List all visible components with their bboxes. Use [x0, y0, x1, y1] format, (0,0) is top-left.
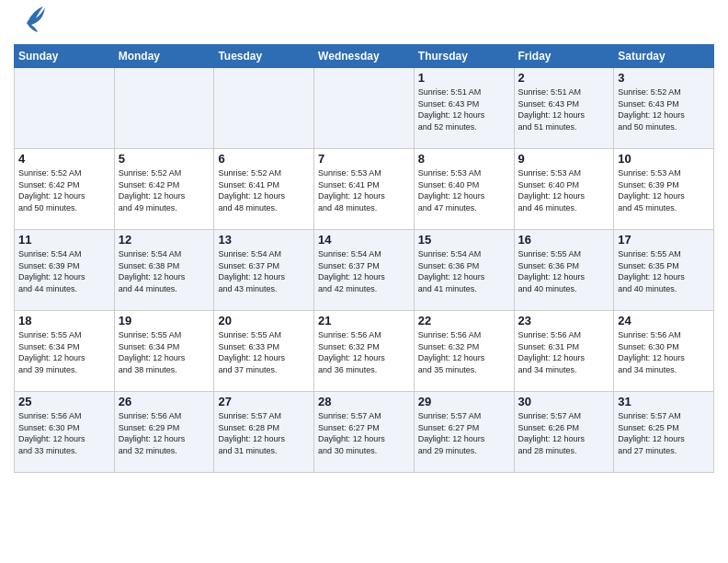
day-detail: Sunrise: 5:55 AM Sunset: 6:35 PM Dayligh…	[618, 248, 710, 294]
calendar-cell	[15, 68, 115, 149]
calendar-cell: 17Sunrise: 5:55 AM Sunset: 6:35 PM Dayli…	[614, 230, 714, 311]
calendar-cell: 4Sunrise: 5:52 AM Sunset: 6:42 PM Daylig…	[15, 149, 115, 230]
calendar-cell: 6Sunrise: 5:52 AM Sunset: 6:41 PM Daylig…	[214, 149, 314, 230]
day-number: 16	[518, 233, 610, 247]
day-number: 17	[618, 233, 710, 247]
calendar-cell: 14Sunrise: 5:54 AM Sunset: 6:37 PM Dayli…	[314, 230, 415, 311]
day-number: 24	[618, 314, 710, 327]
calendar-cell: 28Sunrise: 5:57 AM Sunset: 6:27 PM Dayli…	[314, 392, 415, 473]
calendar-cell: 21Sunrise: 5:56 AM Sunset: 6:32 PM Dayli…	[314, 311, 415, 392]
calendar-cell: 31Sunrise: 5:57 AM Sunset: 6:25 PM Dayli…	[614, 392, 714, 473]
day-number: 23	[518, 314, 610, 327]
day-detail: Sunrise: 5:56 AM Sunset: 6:32 PM Dayligh…	[318, 329, 410, 375]
calendar-week-row: 1Sunrise: 5:51 AM Sunset: 6:43 PM Daylig…	[15, 68, 714, 149]
calendar-cell: 2Sunrise: 5:51 AM Sunset: 6:43 PM Daylig…	[514, 68, 614, 149]
weekday-header-saturday: Saturday	[614, 45, 714, 68]
day-number: 5	[119, 152, 210, 166]
day-detail: Sunrise: 5:55 AM Sunset: 6:33 PM Dayligh…	[218, 329, 310, 375]
page-header	[14, 9, 714, 37]
calendar-cell: 24Sunrise: 5:56 AM Sunset: 6:30 PM Dayli…	[614, 311, 714, 392]
day-number: 9	[518, 152, 610, 166]
calendar-week-row: 4Sunrise: 5:52 AM Sunset: 6:42 PM Daylig…	[15, 149, 714, 230]
day-detail: Sunrise: 5:57 AM Sunset: 6:26 PM Dayligh…	[518, 410, 610, 456]
calendar-cell	[114, 68, 214, 149]
day-detail: Sunrise: 5:55 AM Sunset: 6:34 PM Dayligh…	[18, 329, 110, 375]
day-number: 1	[418, 71, 510, 85]
weekday-header-tuesday: Tuesday	[214, 45, 314, 68]
day-detail: Sunrise: 5:55 AM Sunset: 6:34 PM Dayligh…	[119, 329, 210, 375]
calendar-cell: 8Sunrise: 5:53 AM Sunset: 6:40 PM Daylig…	[414, 149, 514, 230]
day-number: 2	[518, 71, 610, 85]
calendar-table: SundayMondayTuesdayWednesdayThursdayFrid…	[14, 44, 714, 473]
calendar-cell: 13Sunrise: 5:54 AM Sunset: 6:37 PM Dayli…	[214, 230, 314, 311]
day-detail: Sunrise: 5:51 AM Sunset: 6:43 PM Dayligh…	[518, 86, 610, 132]
calendar-cell	[214, 68, 314, 149]
calendar-cell: 3Sunrise: 5:52 AM Sunset: 6:43 PM Daylig…	[614, 68, 714, 149]
day-number: 20	[218, 314, 310, 327]
day-number: 26	[119, 395, 210, 408]
weekday-header-friday: Friday	[514, 45, 614, 68]
calendar-week-row: 18Sunrise: 5:55 AM Sunset: 6:34 PM Dayli…	[15, 311, 714, 392]
day-number: 3	[618, 71, 710, 85]
day-number: 11	[18, 233, 110, 247]
day-detail: Sunrise: 5:52 AM Sunset: 6:42 PM Dayligh…	[18, 167, 110, 213]
calendar-cell: 19Sunrise: 5:55 AM Sunset: 6:34 PM Dayli…	[114, 311, 214, 392]
calendar-week-row: 25Sunrise: 5:56 AM Sunset: 6:30 PM Dayli…	[15, 392, 714, 473]
day-detail: Sunrise: 5:54 AM Sunset: 6:37 PM Dayligh…	[218, 248, 310, 294]
day-number: 14	[318, 233, 410, 247]
day-detail: Sunrise: 5:57 AM Sunset: 6:28 PM Dayligh…	[218, 410, 310, 456]
day-number: 29	[418, 395, 510, 408]
day-detail: Sunrise: 5:54 AM Sunset: 6:38 PM Dayligh…	[119, 248, 210, 294]
day-detail: Sunrise: 5:52 AM Sunset: 6:42 PM Dayligh…	[119, 167, 210, 213]
calendar-cell: 5Sunrise: 5:52 AM Sunset: 6:42 PM Daylig…	[114, 149, 214, 230]
calendar-header-row: SundayMondayTuesdayWednesdayThursdayFrid…	[15, 45, 714, 68]
weekday-header-thursday: Thursday	[414, 45, 514, 68]
day-number: 13	[218, 233, 310, 247]
calendar-cell: 10Sunrise: 5:53 AM Sunset: 6:39 PM Dayli…	[614, 149, 714, 230]
weekday-header-wednesday: Wednesday	[314, 45, 415, 68]
day-number: 28	[318, 395, 410, 408]
logo	[14, 9, 45, 37]
day-number: 30	[518, 395, 610, 408]
calendar-cell: 12Sunrise: 5:54 AM Sunset: 6:38 PM Dayli…	[114, 230, 214, 311]
calendar-cell: 9Sunrise: 5:53 AM Sunset: 6:40 PM Daylig…	[514, 149, 614, 230]
calendar-cell: 22Sunrise: 5:56 AM Sunset: 6:32 PM Dayli…	[414, 311, 514, 392]
day-detail: Sunrise: 5:56 AM Sunset: 6:29 PM Dayligh…	[119, 410, 210, 456]
day-detail: Sunrise: 5:51 AM Sunset: 6:43 PM Dayligh…	[418, 86, 510, 132]
weekday-header-monday: Monday	[114, 45, 214, 68]
day-number: 18	[18, 314, 110, 327]
calendar-cell: 18Sunrise: 5:55 AM Sunset: 6:34 PM Dayli…	[15, 311, 115, 392]
day-detail: Sunrise: 5:57 AM Sunset: 6:25 PM Dayligh…	[618, 410, 710, 456]
day-detail: Sunrise: 5:54 AM Sunset: 6:37 PM Dayligh…	[318, 248, 410, 294]
calendar-cell: 27Sunrise: 5:57 AM Sunset: 6:28 PM Dayli…	[214, 392, 314, 473]
day-number: 19	[119, 314, 210, 327]
day-number: 21	[318, 314, 410, 327]
calendar-cell: 16Sunrise: 5:55 AM Sunset: 6:36 PM Dayli…	[514, 230, 614, 311]
calendar-cell: 25Sunrise: 5:56 AM Sunset: 6:30 PM Dayli…	[15, 392, 115, 473]
calendar-cell: 7Sunrise: 5:53 AM Sunset: 6:41 PM Daylig…	[314, 149, 415, 230]
day-detail: Sunrise: 5:54 AM Sunset: 6:36 PM Dayligh…	[418, 248, 510, 294]
day-detail: Sunrise: 5:56 AM Sunset: 6:30 PM Dayligh…	[18, 410, 110, 456]
weekday-header-sunday: Sunday	[15, 45, 115, 68]
day-number: 27	[218, 395, 310, 408]
day-detail: Sunrise: 5:56 AM Sunset: 6:31 PM Dayligh…	[518, 329, 610, 375]
day-number: 10	[618, 152, 710, 166]
day-number: 4	[18, 152, 110, 166]
calendar-cell: 23Sunrise: 5:56 AM Sunset: 6:31 PM Dayli…	[514, 311, 614, 392]
day-detail: Sunrise: 5:57 AM Sunset: 6:27 PM Dayligh…	[318, 410, 410, 456]
day-number: 8	[418, 152, 510, 166]
day-detail: Sunrise: 5:53 AM Sunset: 6:41 PM Dayligh…	[318, 167, 410, 213]
calendar-cell: 30Sunrise: 5:57 AM Sunset: 6:26 PM Dayli…	[514, 392, 614, 473]
day-detail: Sunrise: 5:53 AM Sunset: 6:40 PM Dayligh…	[418, 167, 510, 213]
day-detail: Sunrise: 5:54 AM Sunset: 6:39 PM Dayligh…	[18, 248, 110, 294]
day-detail: Sunrise: 5:56 AM Sunset: 6:30 PM Dayligh…	[618, 329, 710, 375]
calendar-cell	[314, 68, 415, 149]
day-detail: Sunrise: 5:52 AM Sunset: 6:43 PM Dayligh…	[618, 86, 710, 132]
calendar-cell: 29Sunrise: 5:57 AM Sunset: 6:27 PM Dayli…	[414, 392, 514, 473]
calendar-week-row: 11Sunrise: 5:54 AM Sunset: 6:39 PM Dayli…	[15, 230, 714, 311]
calendar-cell: 1Sunrise: 5:51 AM Sunset: 6:43 PM Daylig…	[414, 68, 514, 149]
day-detail: Sunrise: 5:53 AM Sunset: 6:39 PM Dayligh…	[618, 167, 710, 213]
day-number: 22	[418, 314, 510, 327]
calendar-cell: 20Sunrise: 5:55 AM Sunset: 6:33 PM Dayli…	[214, 311, 314, 392]
day-detail: Sunrise: 5:55 AM Sunset: 6:36 PM Dayligh…	[518, 248, 610, 294]
